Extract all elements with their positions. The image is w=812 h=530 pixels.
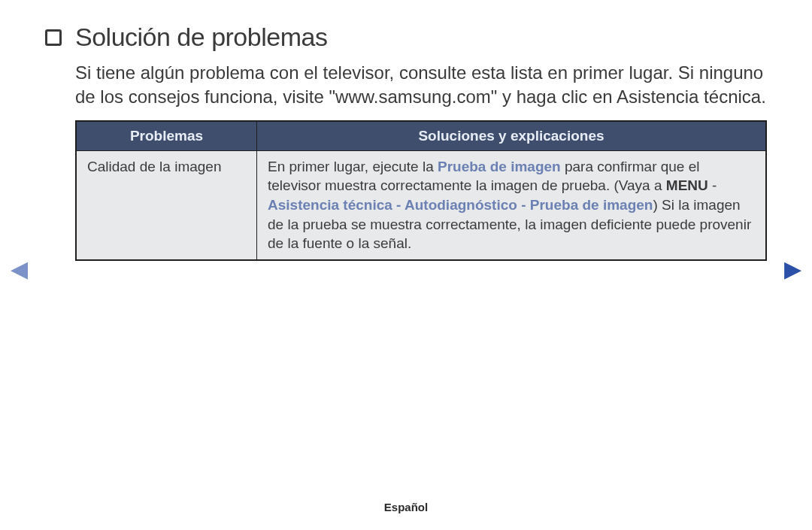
cell-problem: Calidad de la imagen bbox=[77, 150, 257, 259]
page-content: Solución de problemas Si tiene algún pro… bbox=[0, 0, 812, 261]
table-header-row: Problemas Soluciones y explicaciones bbox=[77, 121, 766, 150]
sol-text: - bbox=[392, 197, 404, 213]
nav-next-icon[interactable]: ▶ bbox=[784, 256, 801, 282]
link-prueba-imagen: Prueba de imagen bbox=[438, 159, 561, 174]
title-row: Solución de problemas bbox=[45, 23, 767, 52]
link-prueba-imagen-2: Prueba de imagen bbox=[530, 197, 653, 213]
troubleshooting-table-wrap: Problemas Soluciones y explicaciones Cal… bbox=[75, 120, 767, 261]
cell-solution: En primer lugar, ejecute la Prueba de im… bbox=[257, 150, 766, 259]
page-title: Solución de problemas bbox=[75, 23, 327, 52]
sol-text: En primer lugar, ejecute la bbox=[268, 159, 438, 174]
sol-text: - bbox=[708, 177, 717, 193]
intro-paragraph: Si tiene algún problema con el televisor… bbox=[75, 61, 767, 110]
sol-text: - bbox=[517, 197, 530, 213]
footer-language: Español bbox=[0, 501, 812, 513]
header-solutions: Soluciones y explicaciones bbox=[257, 121, 766, 150]
nav-prev-icon[interactable]: ◀ bbox=[11, 256, 28, 282]
section-bullet-icon bbox=[45, 29, 62, 46]
link-asistencia: Asistencia técnica bbox=[268, 197, 392, 213]
troubleshooting-table: Problemas Soluciones y explicaciones Cal… bbox=[76, 121, 766, 260]
link-autodiag: Autodiagnóstico bbox=[404, 197, 517, 213]
header-problems: Problemas bbox=[77, 121, 257, 150]
table-row: Calidad de la imagen En primer lugar, ej… bbox=[77, 150, 766, 259]
menu-bold: MENU bbox=[666, 177, 708, 193]
